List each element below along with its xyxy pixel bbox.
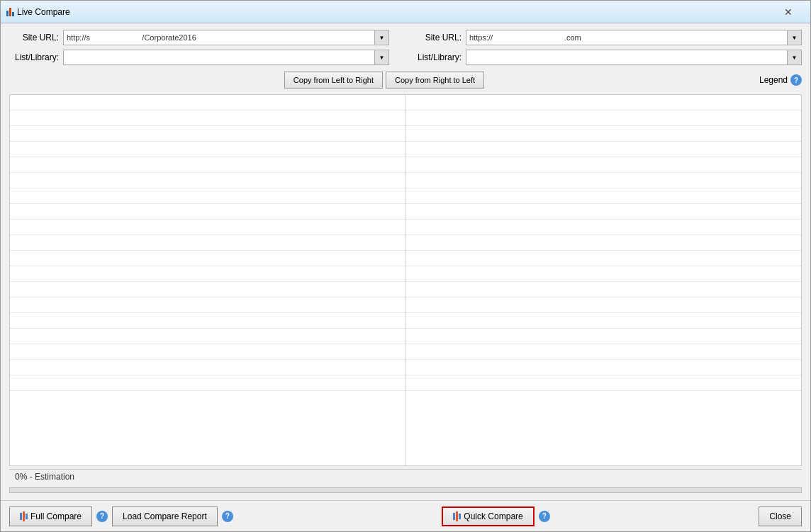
table-row [406, 126, 801, 142]
table-row [10, 375, 405, 391]
table-row [10, 282, 405, 298]
table-row [10, 173, 405, 188]
table-row [10, 111, 405, 126]
full-compare-label: Full Compare [30, 511, 82, 521]
table-row [406, 360, 801, 375]
compare-grid-inner [10, 95, 801, 465]
table-row [10, 235, 405, 251]
table-row [10, 142, 405, 157]
table-row [10, 157, 405, 173]
full-compare-icon [20, 511, 28, 521]
legend-label: Legend [759, 75, 788, 85]
table-row [406, 95, 801, 111]
close-window-button[interactable]: ✕ [772, 1, 805, 23]
right-list-library-label: List/Library: [412, 52, 462, 62]
load-compare-report-label: Load Compare Report [123, 511, 207, 521]
table-row [10, 344, 405, 360]
copy-buttons-row: Copy from Left to Right Copy from Right … [9, 72, 802, 89]
table-row [406, 142, 801, 157]
table-row [406, 344, 801, 360]
table-row [10, 204, 405, 220]
right-site-url-wrapper: ▼ [466, 30, 802, 45]
table-row [406, 298, 801, 313]
table-row [406, 251, 801, 266]
left-list-library-label: List/Library: [9, 52, 59, 62]
table-row [10, 298, 405, 313]
quick-compare-icon [453, 511, 461, 521]
table-row [10, 329, 405, 344]
table-row [10, 251, 405, 266]
left-grid-rows [10, 95, 405, 391]
table-row [406, 220, 801, 235]
copy-right-to-left-button[interactable]: Copy from Right to Left [386, 72, 484, 89]
right-list-library-wrapper: ▼ [466, 50, 802, 65]
progress-text: 0% - Estimation [15, 472, 74, 482]
right-grid-rows [406, 95, 801, 391]
table-row [10, 95, 405, 111]
legend-area: Legend ? [759, 74, 802, 86]
table-row [406, 111, 801, 126]
left-list-library-dropdown[interactable]: ▼ [375, 50, 389, 65]
quick-compare-button[interactable]: Quick Compare [442, 506, 534, 526]
table-row [406, 173, 801, 188]
table-row [406, 266, 801, 282]
quick-compare-help-icon[interactable]: ? [539, 511, 550, 522]
table-row [406, 157, 801, 173]
window-title: Live Compare [17, 7, 772, 17]
left-list-library-wrapper: ▼ [63, 50, 389, 65]
left-site-url-wrapper: ▼ [63, 30, 389, 45]
full-compare-help-icon[interactable]: ? [96, 511, 108, 522]
load-compare-help-icon[interactable]: ? [222, 511, 233, 522]
left-site-url-dropdown[interactable]: ▼ [375, 30, 389, 45]
list-library-row: List/Library: ▼ List/Library: ▼ [9, 49, 802, 66]
content-area: Site URL: ▼ Site URL: ▼ List/Library: ▼ … [1, 23, 810, 500]
table-row [406, 313, 801, 329]
table-row [10, 188, 405, 204]
left-grid-panel [10, 95, 406, 465]
compare-grid [9, 94, 802, 466]
load-compare-report-button[interactable]: Load Compare Report [112, 506, 218, 526]
site-url-row: Site URL: ▼ Site URL: ▼ [9, 29, 802, 46]
app-icon [6, 8, 14, 16]
table-row [10, 220, 405, 235]
table-row [10, 266, 405, 282]
table-row [406, 235, 801, 251]
table-row [406, 329, 801, 344]
quick-compare-label: Quick Compare [464, 511, 522, 521]
legend-help-icon[interactable]: ? [790, 74, 802, 86]
left-list-library-input[interactable] [63, 50, 375, 65]
bottom-bar: Full Compare ? Load Compare Report ? Qui… [1, 500, 810, 531]
table-row [406, 282, 801, 298]
table-row [406, 188, 801, 204]
table-row [406, 204, 801, 220]
table-row [10, 126, 405, 142]
status-bar: 0% - Estimation [9, 469, 802, 483]
copy-buttons-group: Copy from Left to Right Copy from Right … [9, 72, 759, 89]
right-site-url-input[interactable] [466, 30, 788, 45]
title-bar: Live Compare ✕ [1, 1, 810, 23]
left-site-url-input[interactable] [63, 30, 375, 45]
right-site-url-dropdown[interactable]: ▼ [788, 30, 802, 45]
table-row [406, 375, 801, 391]
right-grid-panel [406, 95, 801, 465]
right-site-url-label: Site URL: [412, 33, 462, 43]
copy-left-to-right-button[interactable]: Copy from Left to Right [284, 72, 383, 89]
right-list-library-dropdown[interactable]: ▼ [788, 50, 802, 65]
table-row [10, 313, 405, 329]
right-list-library-input[interactable] [466, 50, 788, 65]
table-row [10, 360, 405, 375]
left-site-url-label: Site URL: [9, 33, 59, 43]
main-window: Live Compare ✕ Site URL: ▼ Site URL: ▼ L… [0, 0, 811, 532]
full-compare-button[interactable]: Full Compare [9, 506, 92, 526]
close-button[interactable]: Close [759, 506, 802, 526]
progress-bar-container [9, 487, 802, 493]
